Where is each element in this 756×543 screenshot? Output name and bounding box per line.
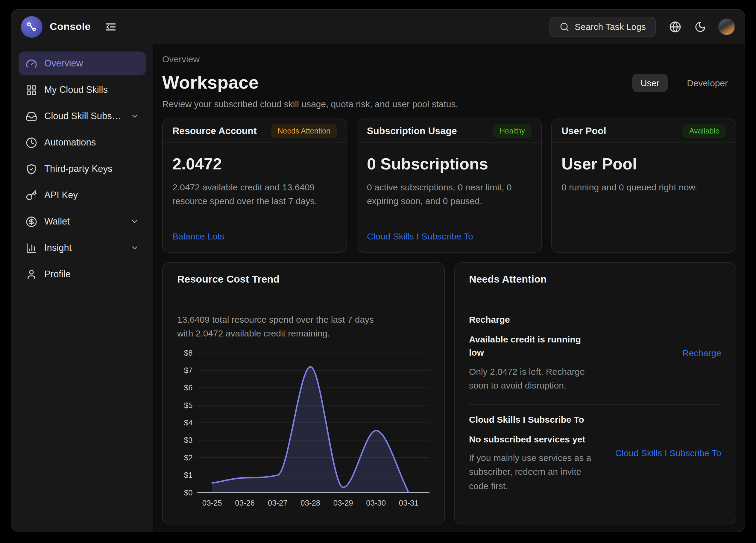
search-label: Search Task Logs (575, 22, 646, 32)
attention-item-cloud-skills: Cloud Skills I Subscribe To No subscribe… (469, 406, 721, 495)
card-title: User Pool (561, 125, 606, 136)
grid-icon (26, 84, 37, 95)
sidebar-item-automations[interactable]: Automations (19, 131, 146, 154)
sidebar-item-label: Automations (44, 137, 96, 148)
resource-cost-chart-svg: $0$1$2$3$4$5$6$7$803-2503-2603-2703-2803… (177, 344, 429, 510)
attention-item-action: Recharge (601, 313, 721, 392)
sidebar-item-my-cloud-skills[interactable]: My Cloud Skills (19, 78, 146, 102)
user-pool-card: User Pool Available User Pool 0 running … (551, 119, 736, 253)
y-tick-label: $8 (184, 349, 193, 357)
sidebar-item-label: Insight (44, 242, 72, 253)
attention-item-action: Cloud Skills I Subscribe To (601, 413, 721, 493)
balance-lots-link[interactable]: Balance Lots (172, 231, 337, 241)
attention-item-title: No subscribed services yet (469, 433, 592, 446)
sidebar-item-label: Wallet (44, 216, 70, 227)
chevron-down-icon (130, 217, 139, 226)
search-icon (560, 22, 569, 31)
attention-item-title: Available credit is running low (469, 333, 592, 360)
app-body: OverviewMy Cloud SkillsCloud Skill Subsc… (11, 44, 745, 532)
status-badge: Healthy (493, 124, 532, 138)
chevron-down-icon (130, 244, 139, 252)
sidebar-item-api-key[interactable]: API Key (19, 183, 146, 207)
sidebar-item-label: Cloud Skill Subscripti... (44, 111, 123, 122)
console-app-window: Console Search Task Logs OverviewMy Clou… (11, 9, 745, 532)
x-tick-label: 03-26 (235, 499, 255, 507)
sidebar-item-cloud-skill-subscripti[interactable]: Cloud Skill Subscripti... (19, 104, 146, 128)
topbar: Console Search Task Logs (11, 10, 745, 44)
dollar-circle-icon (26, 216, 37, 227)
mode-tab-developer[interactable]: Developer (678, 73, 736, 92)
sidebar: OverviewMy Cloud SkillsCloud Skill Subsc… (11, 44, 154, 532)
x-tick-label: 03-28 (300, 499, 320, 507)
stat-value: User Pool (561, 155, 726, 174)
attention-item-description: If you mainly use services as a subscrib… (469, 451, 592, 493)
chart-area-fill (212, 367, 409, 492)
y-tick-label: $0 (184, 489, 193, 497)
clock-icon (26, 137, 37, 148)
card-header: Subscription Usage Healthy (357, 119, 541, 143)
card-body: 0 Subscriptions 0 active subscriptions, … (357, 143, 541, 252)
globe-icon[interactable] (669, 21, 681, 33)
card-header: User Pool Available (552, 119, 736, 143)
x-tick-label: 03-29 (333, 499, 353, 507)
panel-header: Needs Attention (455, 263, 736, 296)
card-body: User Pool 0 running and 0 queued right n… (552, 143, 736, 252)
cloud-skills-subscribe-link[interactable]: Cloud Skills I Subscribe To (367, 231, 532, 241)
stat-description: 0 running and 0 queued right now. (561, 181, 719, 194)
sidebar-item-overview[interactable]: Overview (19, 51, 146, 75)
y-tick-label: $5 (184, 401, 193, 409)
sidebar-item-wallet[interactable]: Wallet (19, 210, 146, 233)
page-title: Workspace (162, 72, 259, 93)
main-content: Overview Workspace User Developer Review… (154, 44, 745, 532)
mode-tab-user[interactable]: User (632, 73, 668, 92)
card-header: Resource Account Needs Attention (163, 119, 347, 143)
stat-value: 2.0472 (172, 155, 337, 174)
x-tick-label: 03-30 (366, 499, 386, 507)
user-icon (26, 269, 37, 280)
sidebar-item-profile[interactable]: Profile (19, 262, 146, 286)
sidebar-item-insight[interactable]: Insight (19, 236, 146, 260)
app-title: Console (50, 21, 91, 33)
y-tick-label: $1 (184, 471, 193, 479)
resource-cost-trend-panel: Resource Cost Trend 13.6409 total resour… (162, 262, 444, 524)
key-icon (26, 189, 37, 201)
sidebar-item-label: Profile (44, 269, 71, 280)
inbox-icon (26, 110, 37, 122)
x-tick-label: 03-25 (202, 499, 222, 507)
user-avatar[interactable] (718, 18, 735, 35)
attention-item-description: Only 2.0472 is left. Recharge soon to av… (469, 364, 592, 392)
y-tick-label: $4 (184, 418, 193, 427)
gauge-icon (26, 58, 37, 69)
breadcrumb: Overview (162, 54, 736, 64)
y-tick-label: $6 (184, 383, 193, 392)
card-body: 2.0472 2.0472 available credit and 13.64… (163, 143, 347, 252)
divider (469, 404, 721, 405)
logo-icon (21, 16, 42, 37)
y-tick-label: $2 (184, 453, 193, 462)
sidebar-item-third-party-keys[interactable]: Third-party Keys (19, 157, 146, 181)
y-tick-label: $7 (184, 366, 193, 374)
sidebar-collapse-icon[interactable] (105, 21, 117, 33)
panel-body: 13.6409 total resource spend over the la… (163, 296, 444, 524)
stat-cards-row: Resource Account Needs Attention 2.0472 … (162, 119, 736, 253)
status-badge: Available (683, 124, 726, 138)
needs-attention-panel: Needs Attention Recharge Available credi… (454, 262, 736, 524)
search-task-logs-button[interactable]: Search Task Logs (549, 16, 656, 37)
mode-toggle: User Developer (632, 73, 736, 92)
cloud-skills-subscribe-link[interactable]: Cloud Skills I Subscribe To (615, 448, 721, 458)
stat-value: 0 Subscriptions (367, 155, 532, 174)
panel-title: Needs Attention (469, 273, 546, 285)
resource-account-card: Resource Account Needs Attention 2.0472 … (162, 119, 347, 253)
moon-icon[interactable] (694, 21, 706, 33)
chevron-down-icon (130, 112, 139, 120)
page-header: Workspace User Developer (162, 72, 736, 93)
recharge-link[interactable]: Recharge (682, 348, 721, 358)
app-stage: Console Search Task Logs OverviewMy Clou… (0, 0, 756, 543)
card-title: Resource Account (172, 125, 257, 136)
attention-group-label: Cloud Skills I Subscribe To (469, 413, 592, 427)
status-badge: Needs Attention (271, 124, 337, 138)
x-tick-label: 03-31 (399, 499, 419, 507)
attention-item-recharge: Recharge Available credit is running low… (469, 306, 721, 395)
stat-description: 0 active subscriptions, 0 near limit, 0 … (367, 181, 525, 208)
subscription-usage-card: Subscription Usage Healthy 0 Subscriptio… (357, 119, 542, 253)
